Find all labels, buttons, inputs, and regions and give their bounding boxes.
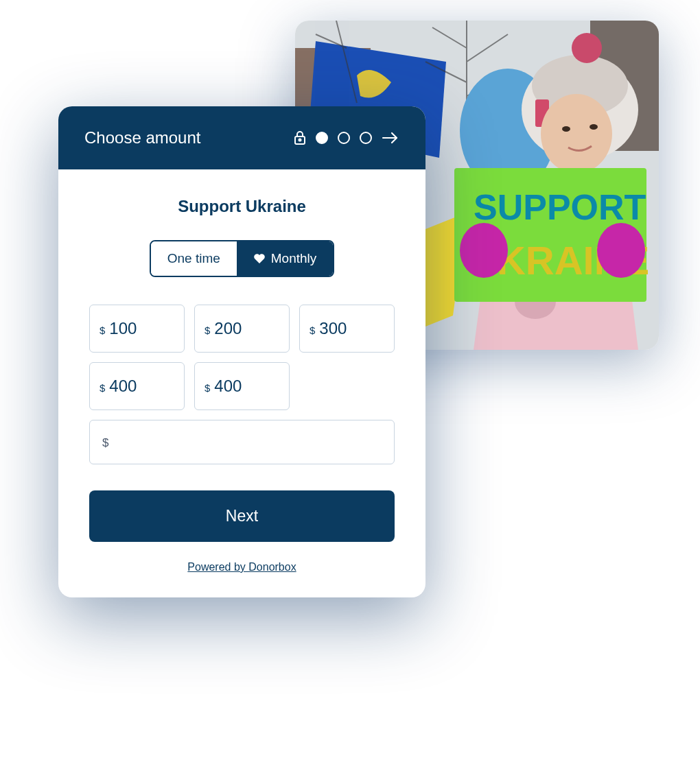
heart-icon [253,253,266,264]
svg-point-16 [597,223,645,278]
amount-option-1[interactable]: $ 100 [89,305,185,353]
arrow-right-icon[interactable] [382,131,399,145]
frequency-toggle: One time Monthly [150,240,335,277]
currency-symbol: $ [205,324,210,336]
amount-option-2[interactable]: $ 200 [194,305,290,353]
amount-value: 400 [214,377,242,396]
campaign-title: Support Ukraine [89,197,395,216]
card-body: Support Ukraine One time Monthly $ 100 $ [58,169,425,597]
currency-symbol: $ [205,382,210,394]
amount-option-4[interactable]: $ 400 [89,362,185,410]
svg-point-18 [299,139,301,141]
step-indicator-3 [360,132,372,144]
custom-amount-input[interactable] [116,434,375,450]
svg-point-9 [541,94,612,174]
card-header: Choose amount [58,106,425,169]
currency-symbol: $ [310,324,315,336]
svg-text:SUPPORT: SUPPORT [474,187,646,227]
frequency-monthly-button[interactable]: Monthly [237,241,334,276]
currency-symbol: $ [100,324,105,336]
svg-point-15 [460,223,508,278]
lock-icon [294,130,306,145]
header-controls [294,130,399,145]
svg-point-7 [572,33,602,63]
amount-options-grid: $ 100 $ 200 $ 300 $ 400 $ 400 [89,305,395,410]
svg-point-11 [590,124,598,130]
step-indicator-1 [316,132,328,144]
amount-value: 400 [109,377,137,396]
step-indicator-2 [338,132,350,144]
next-button[interactable]: Next [89,490,395,542]
donation-form-card: Choose amount Support Ukraine [58,106,425,597]
amount-value: 100 [109,319,137,338]
amount-option-5[interactable]: $ 400 [194,362,290,410]
monthly-label: Monthly [271,251,317,266]
currency-symbol: $ [102,436,108,449]
header-title: Choose amount [84,128,200,147]
amount-value: 200 [214,319,242,338]
powered-by-link[interactable]: Powered by Donorbox [187,561,296,573]
custom-amount-field[interactable]: $ [89,420,395,464]
currency-symbol: $ [100,382,105,394]
one-time-label: One time [167,251,220,266]
svg-point-10 [562,126,570,132]
frequency-one-time-button[interactable]: One time [151,241,237,276]
amount-value: 300 [319,319,347,338]
amount-option-3[interactable]: $ 300 [299,305,395,353]
